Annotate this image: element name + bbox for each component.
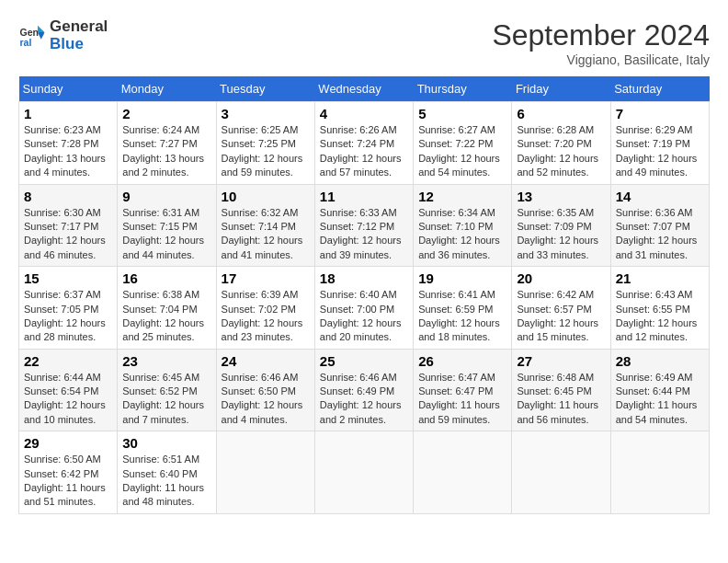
day-number: 29 xyxy=(24,435,112,451)
calendar-cell: 18Sunrise: 6:40 AMSunset: 7:00 PMDayligh… xyxy=(314,267,413,350)
day-number: 30 xyxy=(122,435,210,451)
calendar-week-row: 22Sunrise: 6:44 AMSunset: 6:54 PMDayligh… xyxy=(19,349,710,431)
day-info: Sunrise: 6:44 AMSunset: 6:54 PMDaylight:… xyxy=(24,371,112,428)
day-info: Sunrise: 6:41 AMSunset: 6:59 PMDaylight:… xyxy=(418,288,506,345)
column-header-monday: Monday xyxy=(118,76,216,102)
column-header-tuesday: Tuesday xyxy=(216,76,314,102)
calendar-cell xyxy=(414,431,512,514)
day-info: Sunrise: 6:40 AMSunset: 7:00 PMDaylight:… xyxy=(320,288,408,345)
day-number: 24 xyxy=(222,353,310,369)
calendar-cell xyxy=(216,431,314,514)
calendar-header-row: SundayMondayTuesdayWednesdayThursdayFrid… xyxy=(19,76,710,102)
day-info: Sunrise: 6:50 AMSunset: 6:42 PMDaylight:… xyxy=(24,453,112,510)
calendar-cell: 6Sunrise: 6:28 AMSunset: 7:20 PMDaylight… xyxy=(512,102,610,185)
svg-text:ral: ral xyxy=(20,36,32,47)
calendar-week-row: 1Sunrise: 6:23 AMSunset: 7:28 PMDaylight… xyxy=(19,102,710,185)
day-number: 7 xyxy=(616,106,704,121)
day-info: Sunrise: 6:28 AMSunset: 7:20 PMDaylight:… xyxy=(517,123,605,180)
column-header-wednesday: Wednesday xyxy=(314,76,413,102)
day-info: Sunrise: 6:29 AMSunset: 7:19 PMDaylight:… xyxy=(616,123,704,180)
title-block: September 2024 Viggiano, Basilicate, Ita… xyxy=(492,18,710,67)
page-header: Gene ral General Blue September 2024 Vig… xyxy=(18,18,710,67)
calendar-cell: 26Sunrise: 6:47 AMSunset: 6:47 PMDayligh… xyxy=(414,349,512,431)
day-number: 1 xyxy=(24,106,112,121)
calendar-week-row: 29Sunrise: 6:50 AMSunset: 6:42 PMDayligh… xyxy=(19,431,710,514)
calendar-week-row: 8Sunrise: 6:30 AMSunset: 7:17 PMDaylight… xyxy=(19,184,710,267)
calendar-cell: 4Sunrise: 6:26 AMSunset: 7:24 PMDaylight… xyxy=(314,102,413,185)
calendar-cell xyxy=(512,431,610,514)
calendar-cell: 9Sunrise: 6:31 AMSunset: 7:15 PMDaylight… xyxy=(118,184,216,267)
day-info: Sunrise: 6:51 AMSunset: 6:40 PMDaylight:… xyxy=(122,453,210,510)
day-number: 17 xyxy=(222,270,310,286)
logo-icon: Gene ral xyxy=(18,22,46,50)
day-info: Sunrise: 6:30 AMSunset: 7:17 PMDaylight:… xyxy=(24,206,112,263)
calendar-cell: 1Sunrise: 6:23 AMSunset: 7:28 PMDaylight… xyxy=(19,102,118,185)
calendar-cell: 29Sunrise: 6:50 AMSunset: 6:42 PMDayligh… xyxy=(19,431,118,514)
calendar-cell: 30Sunrise: 6:51 AMSunset: 6:40 PMDayligh… xyxy=(118,431,216,514)
day-number: 8 xyxy=(24,189,112,204)
day-info: Sunrise: 6:48 AMSunset: 6:45 PMDaylight:… xyxy=(517,371,605,428)
calendar-cell: 7Sunrise: 6:29 AMSunset: 7:19 PMDaylight… xyxy=(610,102,709,185)
day-info: Sunrise: 6:27 AMSunset: 7:22 PMDaylight:… xyxy=(418,123,506,180)
day-info: Sunrise: 6:37 AMSunset: 7:05 PMDaylight:… xyxy=(24,288,112,345)
calendar-cell: 3Sunrise: 6:25 AMSunset: 7:25 PMDaylight… xyxy=(216,102,314,185)
calendar-cell: 15Sunrise: 6:37 AMSunset: 7:05 PMDayligh… xyxy=(19,267,118,350)
day-info: Sunrise: 6:49 AMSunset: 6:44 PMDaylight:… xyxy=(616,371,704,428)
day-info: Sunrise: 6:24 AMSunset: 7:27 PMDaylight:… xyxy=(122,123,210,180)
day-info: Sunrise: 6:43 AMSunset: 6:55 PMDaylight:… xyxy=(616,288,704,345)
day-info: Sunrise: 6:45 AMSunset: 6:52 PMDaylight:… xyxy=(122,371,210,428)
day-info: Sunrise: 6:38 AMSunset: 7:04 PMDaylight:… xyxy=(122,288,210,345)
column-header-thursday: Thursday xyxy=(414,76,512,102)
day-number: 9 xyxy=(122,189,210,204)
calendar-cell: 28Sunrise: 6:49 AMSunset: 6:44 PMDayligh… xyxy=(610,349,709,431)
day-info: Sunrise: 6:33 AMSunset: 7:12 PMDaylight:… xyxy=(320,206,408,263)
day-info: Sunrise: 6:34 AMSunset: 7:10 PMDaylight:… xyxy=(418,206,506,263)
logo-text-line1: General xyxy=(50,18,108,36)
calendar-cell: 16Sunrise: 6:38 AMSunset: 7:04 PMDayligh… xyxy=(118,267,216,350)
column-header-saturday: Saturday xyxy=(610,76,709,102)
day-number: 11 xyxy=(320,189,408,204)
day-number: 5 xyxy=(418,106,506,121)
calendar-cell xyxy=(314,431,413,514)
column-header-sunday: Sunday xyxy=(19,76,118,102)
logo-text-line2: Blue xyxy=(50,36,108,53)
day-number: 4 xyxy=(320,106,408,121)
calendar-cell: 23Sunrise: 6:45 AMSunset: 6:52 PMDayligh… xyxy=(118,349,216,431)
calendar-cell: 11Sunrise: 6:33 AMSunset: 7:12 PMDayligh… xyxy=(314,184,413,267)
day-number: 27 xyxy=(517,353,605,369)
day-info: Sunrise: 6:23 AMSunset: 7:28 PMDaylight:… xyxy=(24,123,112,180)
day-info: Sunrise: 6:39 AMSunset: 7:02 PMDaylight:… xyxy=(222,288,310,345)
day-number: 10 xyxy=(222,189,310,204)
day-number: 18 xyxy=(320,270,408,286)
calendar-cell: 5Sunrise: 6:27 AMSunset: 7:22 PMDaylight… xyxy=(414,102,512,185)
calendar-cell: 13Sunrise: 6:35 AMSunset: 7:09 PMDayligh… xyxy=(512,184,610,267)
calendar-cell: 8Sunrise: 6:30 AMSunset: 7:17 PMDaylight… xyxy=(19,184,118,267)
calendar-cell: 25Sunrise: 6:46 AMSunset: 6:49 PMDayligh… xyxy=(314,349,413,431)
day-number: 14 xyxy=(616,189,704,204)
calendar-cell xyxy=(610,431,709,514)
day-info: Sunrise: 6:25 AMSunset: 7:25 PMDaylight:… xyxy=(222,123,310,180)
day-info: Sunrise: 6:47 AMSunset: 6:47 PMDaylight:… xyxy=(418,371,506,428)
day-info: Sunrise: 6:36 AMSunset: 7:07 PMDaylight:… xyxy=(616,206,704,263)
day-number: 22 xyxy=(24,353,112,369)
day-number: 16 xyxy=(122,270,210,286)
calendar-cell: 21Sunrise: 6:43 AMSunset: 6:55 PMDayligh… xyxy=(610,267,709,350)
day-number: 23 xyxy=(122,353,210,369)
day-number: 25 xyxy=(320,353,408,369)
calendar-cell: 27Sunrise: 6:48 AMSunset: 6:45 PMDayligh… xyxy=(512,349,610,431)
calendar-cell: 22Sunrise: 6:44 AMSunset: 6:54 PMDayligh… xyxy=(19,349,118,431)
day-info: Sunrise: 6:26 AMSunset: 7:24 PMDaylight:… xyxy=(320,123,408,180)
day-info: Sunrise: 6:35 AMSunset: 7:09 PMDaylight:… xyxy=(517,206,605,263)
calendar-cell: 10Sunrise: 6:32 AMSunset: 7:14 PMDayligh… xyxy=(216,184,314,267)
day-number: 19 xyxy=(418,270,506,286)
calendar-week-row: 15Sunrise: 6:37 AMSunset: 7:05 PMDayligh… xyxy=(19,267,710,350)
calendar-cell: 14Sunrise: 6:36 AMSunset: 7:07 PMDayligh… xyxy=(610,184,709,267)
calendar-cell: 19Sunrise: 6:41 AMSunset: 6:59 PMDayligh… xyxy=(414,267,512,350)
calendar-table: SundayMondayTuesdayWednesdayThursdayFrid… xyxy=(18,76,710,514)
day-info: Sunrise: 6:46 AMSunset: 6:50 PMDaylight:… xyxy=(222,371,310,428)
day-number: 15 xyxy=(24,270,112,286)
day-number: 28 xyxy=(616,353,704,369)
day-number: 3 xyxy=(222,106,310,121)
day-info: Sunrise: 6:31 AMSunset: 7:15 PMDaylight:… xyxy=(122,206,210,263)
day-number: 20 xyxy=(517,270,605,286)
